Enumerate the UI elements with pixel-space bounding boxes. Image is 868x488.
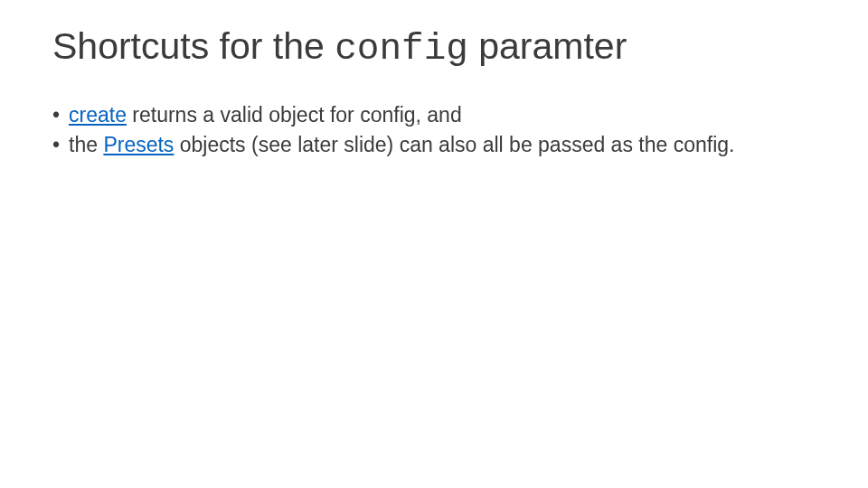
- bullet-text: objects (see later slide) can also all b…: [174, 133, 734, 156]
- title-suffix: paramter: [468, 25, 627, 67]
- bullet-pre: the: [69, 133, 103, 156]
- slide-title: Shortcuts for the config paramter: [52, 25, 816, 70]
- slide: Shortcuts for the config paramter create…: [0, 0, 868, 488]
- title-prefix: Shortcuts for the: [52, 25, 335, 67]
- list-item: create returns a valid object for config…: [52, 101, 816, 129]
- bullet-list: create returns a valid object for config…: [52, 101, 816, 159]
- title-code: config: [335, 28, 468, 70]
- link-create[interactable]: create: [69, 103, 127, 127]
- list-item: the Presets objects (see later slide) ca…: [52, 131, 816, 159]
- link-presets[interactable]: Presets: [103, 133, 174, 156]
- bullet-text: returns a valid object for config, and: [127, 103, 462, 127]
